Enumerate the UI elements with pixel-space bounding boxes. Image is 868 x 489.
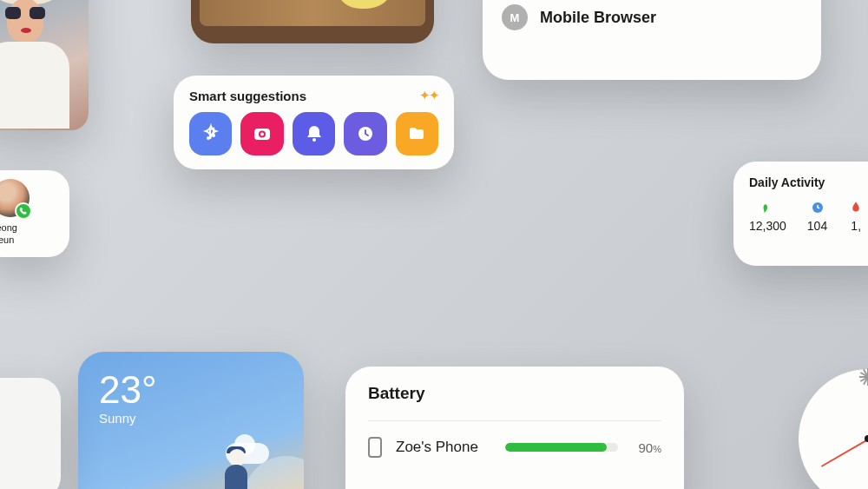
steps-stat: 12,300: [749, 200, 786, 233]
files-app-icon[interactable]: [396, 112, 438, 155]
second-hand: [821, 439, 868, 467]
call-badge-icon: [15, 202, 32, 220]
clock-widget[interactable]: [799, 369, 868, 489]
divider: [368, 420, 661, 421]
bookmarks-widget: O One UI Design M Mobile Browser: [483, 0, 821, 80]
stat-value: 104: [807, 219, 827, 233]
food-photo-widget[interactable]: [191, 0, 434, 43]
weather-widget[interactable]: 23° Sunny: [78, 352, 304, 489]
calories-stat: 1,: [848, 200, 864, 233]
svg-point-1: [212, 134, 215, 137]
photo-content: [0, 0, 89, 130]
list-badge-icon: M: [502, 4, 528, 30]
contact-widget[interactable]: Jeong Jieun: [0, 170, 69, 257]
battery-title: Battery: [368, 384, 661, 403]
list-item-label: Mobile Browser: [540, 9, 656, 27]
camera-app-icon[interactable]: [240, 112, 283, 155]
battery-bar: [505, 443, 618, 452]
calories-icon: [848, 200, 864, 215]
battery-percent: 90%: [639, 440, 661, 455]
sparkle-icon: ✦✦: [419, 88, 438, 103]
stat-value: 12,300: [749, 219, 786, 233]
weather-illustration: [204, 421, 282, 489]
reminder-app-icon[interactable]: [293, 112, 335, 155]
battery-fill: [505, 443, 607, 452]
daily-activity-widget[interactable]: Daily Activity 12,300 104 1,: [733, 162, 868, 266]
time-icon: [810, 200, 825, 215]
activity-title: Daily Activity: [749, 175, 868, 189]
clock-app-icon[interactable]: [344, 112, 386, 155]
battery-widget[interactable]: Battery Zoe's Phone 90%: [345, 367, 684, 489]
list-item[interactable]: M Mobile Browser: [502, 0, 802, 38]
clock-face: [799, 369, 868, 489]
music-app-icon[interactable]: [189, 112, 232, 155]
smart-suggestions-title: Smart suggestions: [189, 89, 306, 103]
smart-suggestions-widget: Smart suggestions ✦✦: [174, 76, 454, 169]
photo-widget[interactable]: [0, 0, 89, 130]
stat-value: 1,: [851, 219, 861, 233]
time-stat: 104: [807, 200, 827, 233]
device-name: Zoe's Phone: [396, 439, 491, 456]
svg-point-4: [260, 133, 264, 136]
mini-weather-widget[interactable]: Thu: [0, 378, 61, 489]
steps-icon: [760, 200, 775, 215]
svg-point-5: [312, 138, 316, 142]
temperature: 23°: [99, 371, 283, 409]
contact-name: Jeong Jieun: [0, 222, 61, 247]
phone-icon: [368, 437, 382, 458]
